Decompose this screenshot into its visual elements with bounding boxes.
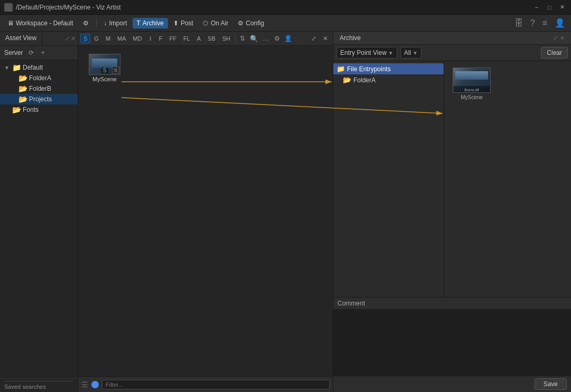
config-button[interactable]: ⚙ Config xyxy=(233,18,268,28)
workspace-menu[interactable]: 🖥 Workspace - Default xyxy=(3,18,78,28)
refresh-button[interactable]: ⟳ xyxy=(26,47,36,58)
asset-view-tab[interactable]: Asset View xyxy=(0,32,42,45)
workspace-label: Workspace - Default xyxy=(16,20,73,27)
tree-item-foldera[interactable]: 📂 FolderA xyxy=(0,73,78,83)
sort-button[interactable]: ⇅ xyxy=(237,33,248,44)
window-title: /Default/Projects/MyScene - Viz Artist xyxy=(16,4,529,11)
type-btn-a[interactable]: A xyxy=(194,34,204,43)
type-btn-sh[interactable]: SH xyxy=(219,34,233,43)
middle-bottom-bar: ☰ xyxy=(78,376,333,392)
expand-archive-icon[interactable]: ⤢ xyxy=(553,35,558,42)
comment-label: Comment xyxy=(333,298,571,310)
archive-tab-bar: Archive ⤢ ✕ xyxy=(333,32,571,45)
connection-arrows xyxy=(78,46,333,376)
type-btn-ff[interactable]: FF xyxy=(166,34,179,43)
folder-icon: 📂 xyxy=(18,74,27,82)
close-panel-icon[interactable]: ✕ xyxy=(71,35,76,42)
filter-toggle[interactable] xyxy=(91,381,99,388)
on-air-dot xyxy=(203,21,208,26)
archive-item-myscene[interactable]: Burns.tiff MyScene xyxy=(451,68,493,100)
list-view-icon[interactable]: ☰ xyxy=(81,380,88,389)
settings-icon[interactable]: ⚙ xyxy=(272,33,282,44)
archive-thumbnail: Burns.tiff xyxy=(453,68,491,93)
asset-view-tab-bar: Asset View ⤢ ✕ xyxy=(0,32,78,46)
search-icon[interactable]: 🔍 xyxy=(248,34,260,44)
main-area: Asset View ⤢ ✕ Server ⟳ + ▼ 📁 Default xyxy=(0,32,571,392)
entry-point-label: Entry Point View xyxy=(340,49,387,56)
archive-body: 📁 File Entrypoints 📂 FolderA Burns.tiff … xyxy=(333,61,571,297)
folder-icon: 📂 xyxy=(12,106,21,114)
type-btn-f[interactable]: F xyxy=(156,34,166,43)
expand-icon[interactable]: ⤢ xyxy=(308,33,319,44)
archive-folder-file-entrypoints[interactable]: 📁 File Entrypoints xyxy=(333,63,444,74)
tree-item-folderb[interactable]: 📂 FolderB xyxy=(0,83,78,94)
scene-thumbnail: S xyxy=(89,54,120,75)
more-button[interactable]: … xyxy=(260,33,271,44)
import-button[interactable]: ↓ Import xyxy=(100,18,132,28)
archive-tab-label: Archive xyxy=(340,34,361,42)
folder-icon: 📂 xyxy=(18,84,27,93)
scene-item-myscene[interactable]: S MyScene xyxy=(89,54,120,82)
type-btn-sb[interactable]: SB xyxy=(204,34,219,43)
tree-item-default[interactable]: ▼ 📁 Default xyxy=(0,62,78,73)
menu-right-actions: 🗄 ? ≡ 👤 xyxy=(512,16,568,30)
close-middle-icon[interactable]: ✕ xyxy=(320,33,331,44)
middle-content: S MyScene xyxy=(78,46,333,376)
middle-toolbar: S G M MA MD I F FF FL A SB SH ⇅ 🔍 … ⚙ 👤 … xyxy=(78,32,333,46)
entry-point-dropdown[interactable]: Entry Point View ▼ xyxy=(336,47,397,59)
db-icon[interactable]: 🗄 xyxy=(512,17,526,30)
file-tree: ▼ 📁 Default 📂 FolderA 📂 FolderB 📂 xyxy=(0,60,78,378)
arrow-icon: ▼ xyxy=(4,65,11,71)
save-button[interactable]: Save xyxy=(535,378,567,390)
all-dropdown[interactable]: All ▼ xyxy=(400,47,422,59)
clear-button[interactable]: Clear xyxy=(541,47,568,59)
left-panel: Asset View ⤢ ✕ Server ⟳ + ▼ 📁 Default xyxy=(0,32,78,392)
gear-icon: ⚙ xyxy=(83,20,89,27)
archive-thumb-image: Burns.tiff xyxy=(453,68,490,92)
expand-icon[interactable]: ⤢ xyxy=(65,35,70,42)
user-icon[interactable]: 👤 xyxy=(283,33,293,44)
tree-item-projects[interactable]: 📂 Projects xyxy=(0,94,78,104)
type-btn-ma[interactable]: MA xyxy=(114,34,129,43)
maximize-button[interactable]: □ xyxy=(545,3,554,12)
archive-icon: T xyxy=(137,20,141,27)
archive-label: Archive xyxy=(143,20,164,27)
middle-panel: S G M MA MD I F FF FL A SB SH ⇅ 🔍 … ⚙ 👤 … xyxy=(78,32,333,392)
type-btn-i[interactable]: I xyxy=(146,34,155,43)
tree-item-label: Projects xyxy=(29,95,52,103)
tree-item-label: FolderA xyxy=(29,74,51,82)
archive-tree: 📁 File Entrypoints 📂 FolderA xyxy=(333,61,444,297)
on-air-button[interactable]: On Air xyxy=(199,18,232,28)
on-air-label: On Air xyxy=(211,20,228,27)
filter-input[interactable] xyxy=(102,380,330,389)
archive-folder-foldera[interactable]: 📂 FolderA xyxy=(333,74,444,85)
help-icon[interactable]: ? xyxy=(528,17,538,30)
close-button[interactable]: ✕ xyxy=(557,3,567,12)
profile-icon[interactable]: 👤 xyxy=(552,16,568,30)
archive-item-label: MyScene xyxy=(461,94,483,100)
tree-item-fonts[interactable]: 📂 Fonts xyxy=(0,104,78,115)
post-icon: ⬆ xyxy=(173,20,179,27)
title-bar: /Default/Projects/MyScene - Viz Artist −… xyxy=(0,0,571,15)
minimize-button[interactable]: − xyxy=(532,3,541,12)
tree-item-label: Default xyxy=(23,64,43,71)
type-btn-md[interactable]: MD xyxy=(130,34,145,43)
server-label: Server xyxy=(2,48,25,58)
archive-folder-label: FolderA xyxy=(353,77,376,84)
new-folder-button[interactable]: + xyxy=(38,47,48,58)
saved-searches: Saved searches xyxy=(0,378,78,392)
type-btn-m[interactable]: M xyxy=(102,34,114,43)
close-archive-icon[interactable]: ✕ xyxy=(560,35,565,42)
archive-button[interactable]: T Archive xyxy=(133,18,168,28)
chevron-down-icon: ▼ xyxy=(388,50,394,56)
settings-button[interactable]: ⚙ xyxy=(79,18,93,28)
type-btn-g[interactable]: G xyxy=(91,34,102,43)
folder-icon: 📂 xyxy=(18,95,27,103)
comment-input[interactable] xyxy=(333,310,571,376)
archive-tab-actions: ⤢ ✕ xyxy=(553,35,565,42)
type-btn-s[interactable]: S xyxy=(80,34,90,43)
post-button[interactable]: ⬆ Post xyxy=(169,18,198,28)
hamburger-icon[interactable]: ≡ xyxy=(540,17,550,30)
type-btn-fl[interactable]: FL xyxy=(180,34,193,43)
import-icon: ↓ xyxy=(104,20,107,27)
